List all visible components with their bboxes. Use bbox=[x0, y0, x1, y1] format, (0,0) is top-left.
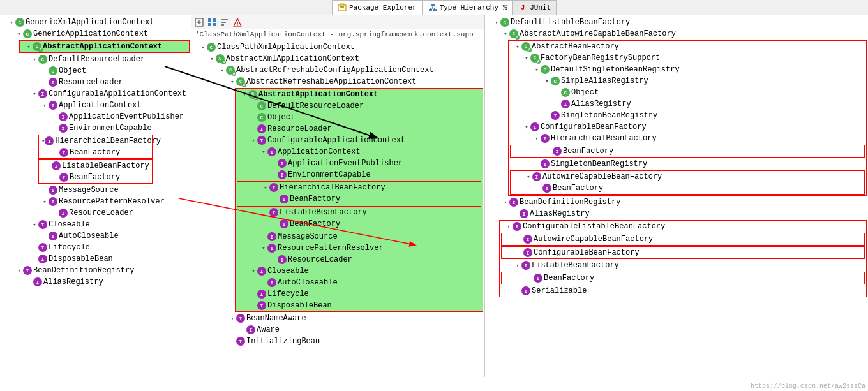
list-item[interactable]: I BeanNameAware bbox=[191, 313, 484, 324]
list-item[interactable]: I EnvironmentCapable bbox=[236, 169, 483, 181]
expand-icon[interactable] bbox=[250, 137, 257, 144]
expand-icon[interactable] bbox=[523, 124, 530, 131]
list-item[interactable]: I ApplicationEventPublisher bbox=[236, 158, 483, 169]
list-item[interactable]: I ResourceLoader bbox=[0, 77, 191, 88]
expand-icon[interactable] bbox=[543, 78, 551, 85]
tab-type-hierarchy[interactable]: Type Hierarchy % bbox=[423, 0, 513, 15]
list-item[interactable]: I BeanFactory bbox=[237, 218, 481, 230]
expand-icon[interactable] bbox=[228, 315, 236, 322]
list-item[interactable]: I ResourcePatternResolver bbox=[0, 196, 191, 207]
list-item[interactable]: I BeanFactory bbox=[39, 147, 152, 158]
expand-icon[interactable] bbox=[493, 19, 500, 26]
list-item[interactable]: I ResourceLoader bbox=[236, 254, 483, 265]
expand-icon[interactable] bbox=[502, 31, 509, 38]
expand-icon[interactable] bbox=[241, 91, 248, 98]
list-item[interactable]: I SingletonBeanRegistry bbox=[509, 110, 866, 121]
list-item[interactable]: I AliasRegistry bbox=[0, 276, 191, 288]
list-item[interactable]: I Closeable bbox=[236, 265, 483, 277]
list-item[interactable]: C AbstractApplicationContext bbox=[236, 89, 483, 100]
list-item[interactable]: I BeanFactory bbox=[511, 182, 864, 194]
expand-icon[interactable] bbox=[199, 44, 207, 51]
tab-package-explorer[interactable]: Package Explorer bbox=[332, 0, 423, 15]
expand-icon[interactable] bbox=[31, 91, 38, 98]
list-item[interactable]: I HierarchicalBeanFactory bbox=[39, 135, 152, 147]
list-item[interactable]: C Object bbox=[509, 87, 866, 98]
list-item[interactable]: I MessageSource bbox=[236, 231, 483, 242]
list-item[interactable]: C AbstractRefreshableApplicationContext bbox=[191, 76, 484, 87]
list-item[interactable]: I BeanFactory bbox=[502, 272, 864, 284]
expand-icon[interactable] bbox=[514, 262, 521, 269]
list-item[interactable]: I BeanDefinitionRegistry bbox=[485, 196, 868, 208]
list-item[interactable]: I DisposableBean bbox=[0, 253, 191, 265]
list-item[interactable]: I AutowireCapableBeanFactory bbox=[511, 171, 864, 182]
list-item[interactable]: I BeanFactory bbox=[237, 193, 481, 205]
expand-icon[interactable] bbox=[514, 43, 521, 50]
expand-icon[interactable] bbox=[525, 173, 532, 181]
list-item[interactable]: I ConfigurableBeanFactory bbox=[509, 121, 866, 133]
toolbar-icon-4[interactable] bbox=[232, 17, 243, 27]
list-item[interactable]: I BeanFactory bbox=[39, 172, 152, 183]
toolbar-icon-3[interactable] bbox=[220, 17, 230, 27]
list-item[interactable]: I Lifecycle bbox=[236, 288, 483, 300]
list-item[interactable]: I BeanDefinitionRegistry bbox=[0, 265, 191, 276]
expand-icon[interactable] bbox=[262, 184, 269, 191]
list-item[interactable]: C AbstractRefreshableConfigApplicationCo… bbox=[191, 64, 484, 76]
list-item[interactable]: I SingletonBeanRegistry bbox=[509, 158, 866, 170]
list-item[interactable]: C DefaultListableBeanFactory bbox=[485, 17, 868, 28]
expand-icon[interactable] bbox=[533, 135, 541, 142]
list-item[interactable]: I EnvironmentCapable bbox=[0, 122, 191, 134]
list-item[interactable]: C DefaultResourceLoader bbox=[236, 100, 483, 112]
list-item[interactable]: I ListableBeanFactory bbox=[237, 207, 481, 218]
expand-icon[interactable] bbox=[260, 245, 267, 252]
list-item[interactable]: I DisposableBean bbox=[236, 300, 483, 311]
expand-icon[interactable] bbox=[41, 198, 49, 205]
list-item[interactable]: I InitializingBean bbox=[191, 336, 484, 347]
list-item[interactable]: C DefaultResourceLoader bbox=[0, 54, 191, 65]
expand-icon[interactable] bbox=[533, 66, 541, 73]
toolbar-icon-2[interactable] bbox=[207, 17, 217, 27]
expand-icon[interactable] bbox=[523, 55, 530, 62]
expand-icon[interactable] bbox=[502, 199, 509, 206]
list-item[interactable]: I Aware bbox=[191, 324, 484, 336]
list-item[interactable]: C SimpleAliasRegistry bbox=[509, 75, 866, 87]
list-item[interactable]: C Object bbox=[0, 65, 191, 77]
expand-icon[interactable] bbox=[31, 56, 38, 63]
expand-icon[interactable] bbox=[505, 223, 513, 230]
list-item[interactable]: I AutoCloseable bbox=[236, 277, 483, 288]
list-item[interactable]: I HierarchicalBeanFactory bbox=[237, 182, 481, 193]
list-item[interactable]: C AbstractAutowireCapableBeanFactory bbox=[485, 28, 868, 40]
list-item[interactable]: C DefaultSingletonBeanRegistry bbox=[509, 64, 866, 75]
list-item[interactable]: C AbstractApplicationContext bbox=[20, 41, 189, 52]
list-item[interactable]: C AbstractBeanFactory bbox=[509, 41, 866, 52]
list-item[interactable]: C GenericXmlApplicationContext bbox=[0, 17, 191, 28]
list-item[interactable]: I ResourceLoader bbox=[236, 123, 483, 135]
expand-icon[interactable] bbox=[250, 268, 257, 275]
list-item[interactable]: I ApplicationContext bbox=[0, 100, 191, 111]
expand-icon[interactable] bbox=[25, 43, 33, 50]
list-item[interactable]: I ConfigurableListableBeanFactory bbox=[500, 221, 866, 232]
expand-icon[interactable] bbox=[41, 102, 49, 109]
list-item[interactable]: I AliasRegistry bbox=[485, 208, 868, 219]
expand-icon[interactable] bbox=[260, 149, 267, 156]
list-item[interactable]: I ConfigurableApplicationContext bbox=[0, 88, 191, 100]
list-item[interactable]: I MessageSource bbox=[0, 184, 191, 196]
tab-junit[interactable]: J JUnit bbox=[513, 0, 557, 15]
list-item[interactable]: I Lifecycle bbox=[0, 242, 191, 253]
list-item[interactable]: C AbstractXmlApplicationContext bbox=[191, 53, 484, 64]
expand-icon[interactable] bbox=[15, 31, 23, 38]
toolbar-icon-1[interactable] bbox=[194, 17, 204, 27]
expand-icon[interactable] bbox=[8, 19, 15, 26]
expand-icon[interactable] bbox=[31, 221, 38, 228]
expand-icon[interactable] bbox=[228, 78, 236, 85]
list-item[interactable]: I AutoCloseable bbox=[0, 230, 191, 242]
list-item[interactable]: I ListableBeanFactory bbox=[39, 160, 152, 172]
expand-icon[interactable] bbox=[15, 267, 23, 274]
list-item[interactable]: I ApplicationContext bbox=[236, 146, 483, 158]
list-item[interactable]: C Object bbox=[236, 112, 483, 123]
list-item[interactable]: C ClassPathXmlApplicationContext bbox=[191, 41, 484, 53]
list-item[interactable]: C FactoryBeanRegistrySupport bbox=[509, 52, 866, 64]
list-item[interactable]: I BeanFactory bbox=[511, 145, 864, 157]
list-item[interactable]: I HierarchicalBeanFactory bbox=[509, 133, 866, 144]
list-item[interactable]: I ListableBeanFactory bbox=[500, 260, 866, 271]
list-item[interactable]: I Serializable bbox=[500, 285, 866, 297]
